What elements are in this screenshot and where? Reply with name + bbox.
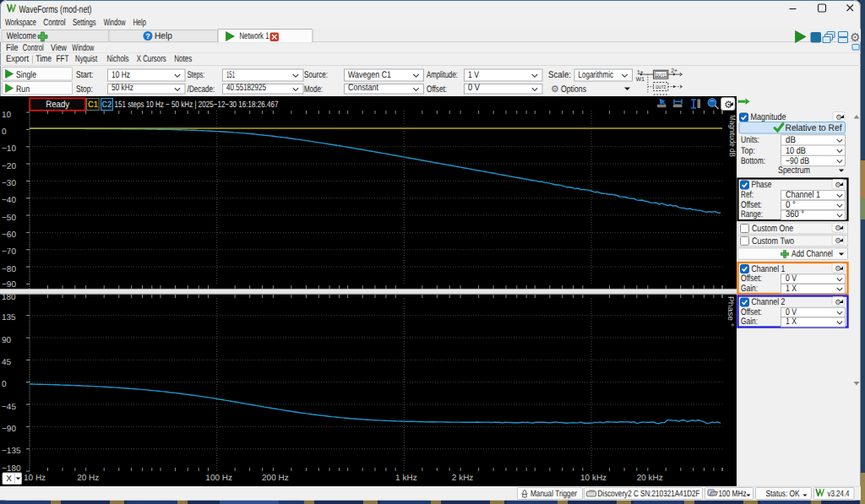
svg-text:Nyquist: Nyquist	[75, 54, 97, 64]
svg-text:Ref:: Ref:	[741, 190, 753, 200]
svg-text:Single: Single	[16, 70, 36, 80]
svg-text:DUT2: DUT2	[656, 84, 666, 90]
svg-text:10 Hz: 10 Hz	[24, 474, 46, 483]
svg-text:Phase °: Phase °	[726, 296, 735, 327]
svg-text:Offset:: Offset:	[741, 200, 762, 210]
svg-text:Offset:: Offset:	[741, 307, 762, 317]
svg-text:Run: Run	[16, 84, 30, 95]
svg-text:Scale:: Scale:	[548, 70, 571, 80]
svg-text:−80: −80	[2, 265, 16, 274]
svg-text:Bottom:: Bottom:	[741, 156, 765, 166]
svg-text:−60: −60	[2, 230, 16, 240]
svg-text:⚙: ⚙	[551, 84, 559, 95]
svg-text:Window: Window	[72, 43, 94, 53]
svg-text:Channel 1: Channel 1	[786, 190, 820, 200]
svg-text:⚙: ⚙	[850, 30, 861, 44]
svg-text:Magnitude dB: Magnitude dB	[727, 115, 737, 157]
svg-text:X Cursors: X Cursors	[137, 54, 166, 64]
svg-text:Gain:: Gain:	[741, 284, 758, 294]
svg-text:Custom One: Custom One	[752, 224, 793, 234]
svg-text:⚙: ⚙	[835, 224, 841, 232]
svg-text:Channel 2: Channel 2	[752, 297, 786, 307]
svg-text:Time: Time	[35, 54, 52, 64]
svg-text:C2: C2	[102, 100, 112, 110]
svg-text:Mode:: Mode:	[304, 84, 323, 95]
svg-text:Units:: Units:	[741, 135, 759, 145]
svg-text:⚙: ⚙	[835, 264, 841, 273]
svg-text:⚙: ⚙	[835, 181, 841, 189]
svg-text:0 V: 0 V	[786, 274, 797, 284]
svg-text:Start:: Start:	[76, 70, 94, 80]
svg-text:0 °: 0 °	[786, 200, 796, 210]
svg-text:−50: −50	[2, 214, 16, 223]
svg-text:Spectrum: Spectrum	[778, 165, 810, 176]
svg-text:−90: −90	[2, 280, 16, 290]
svg-text:Stop:: Stop:	[76, 84, 93, 95]
svg-text:100 MHz: 100 MHz	[719, 489, 747, 499]
svg-text:151 steps 10 Hz − 50 kHz | 20: 151 steps 10 Hz − 50 kHz | 2025−12−30 16…	[115, 100, 279, 110]
svg-text:0 V: 0 V	[786, 307, 797, 317]
svg-text:Export: Export	[6, 54, 29, 64]
svg-text:Network 1: Network 1	[240, 31, 269, 41]
svg-text:−45: −45	[2, 403, 16, 412]
svg-text:⚙: ⚙	[835, 236, 841, 245]
svg-text:Discovery2 C SN:210321A41D2F: Discovery2 C SN:210321A41D2F	[598, 489, 700, 499]
svg-text:100 Hz: 100 Hz	[205, 474, 232, 483]
svg-text:⚙: ⚙	[835, 298, 841, 306]
svg-text:2 kHz: 2 kHz	[452, 474, 474, 483]
svg-text:Relative to Ref: Relative to Ref	[786, 123, 843, 133]
svg-text:View: View	[51, 43, 67, 53]
svg-text:Workspace: Workspace	[5, 18, 36, 28]
svg-text:Notes: Notes	[174, 54, 192, 64]
svg-text:−90 dB: −90 dB	[786, 156, 809, 166]
svg-text:Control: Control	[23, 43, 44, 53]
svg-text:90: 90	[2, 336, 12, 345]
svg-text:Offset:: Offset:	[741, 274, 762, 284]
svg-text:File: File	[6, 43, 19, 53]
svg-text:X: X	[6, 474, 12, 484]
svg-text:1 V: 1 V	[468, 70, 480, 80]
svg-text:0: 0	[2, 380, 7, 389]
svg-text:C1: C1	[88, 100, 98, 110]
svg-text:−90: −90	[2, 425, 16, 434]
svg-text:20 kHz: 20 kHz	[637, 474, 663, 483]
svg-text:−10: −10	[2, 144, 16, 154]
svg-text:Logarithmic: Logarithmic	[579, 70, 614, 80]
svg-text:Top:: Top:	[741, 146, 755, 156]
svg-text:10 Hz: 10 Hz	[112, 70, 130, 80]
svg-text:−135: −135	[2, 447, 21, 456]
svg-text:1 kHz: 1 kHz	[395, 474, 417, 483]
svg-text:135: 135	[2, 313, 16, 322]
svg-text:−180: −180	[2, 464, 21, 474]
svg-text:Options: Options	[561, 84, 586, 95]
svg-text:40.55182925: 40.55182925	[226, 83, 266, 93]
svg-text:0 V: 0 V	[468, 83, 481, 93]
svg-text:360 °: 360 °	[786, 209, 804, 219]
svg-text:20 Hz: 20 Hz	[77, 474, 99, 483]
svg-text:1+: 1+	[637, 70, 644, 76]
svg-text:45: 45	[2, 358, 12, 367]
svg-text:Source:: Source:	[304, 70, 328, 80]
svg-text:Wavegen C1: Wavegen C1	[348, 70, 391, 80]
svg-text:DUT1: DUT1	[656, 73, 666, 79]
svg-text:−20: −20	[2, 162, 16, 171]
svg-text:−40: −40	[2, 196, 16, 205]
svg-text:1 X: 1 X	[786, 317, 797, 327]
svg-text:0: 0	[2, 127, 7, 137]
svg-text:1 X: 1 X	[786, 284, 797, 294]
svg-text:?: ?	[145, 32, 150, 41]
svg-text:200 Hz: 200 Hz	[262, 474, 289, 483]
svg-text:Nichols: Nichols	[107, 54, 129, 64]
svg-text:Add Channel: Add Channel	[792, 249, 833, 259]
svg-text:−30: −30	[2, 179, 16, 188]
svg-text:Help: Help	[133, 18, 146, 28]
svg-text:Magnitude: Magnitude	[751, 112, 786, 122]
svg-text:W1: W1	[636, 77, 645, 83]
svg-text:Ready: Ready	[46, 100, 69, 110]
svg-text:Range:: Range:	[741, 209, 763, 219]
svg-text:Channel 1: Channel 1	[752, 264, 786, 274]
svg-text:Constant: Constant	[348, 83, 378, 93]
svg-text:Settings: Settings	[73, 18, 96, 28]
svg-text:v3.24.4: v3.24.4	[828, 489, 850, 499]
svg-text:50 kHz: 50 kHz	[112, 83, 133, 93]
